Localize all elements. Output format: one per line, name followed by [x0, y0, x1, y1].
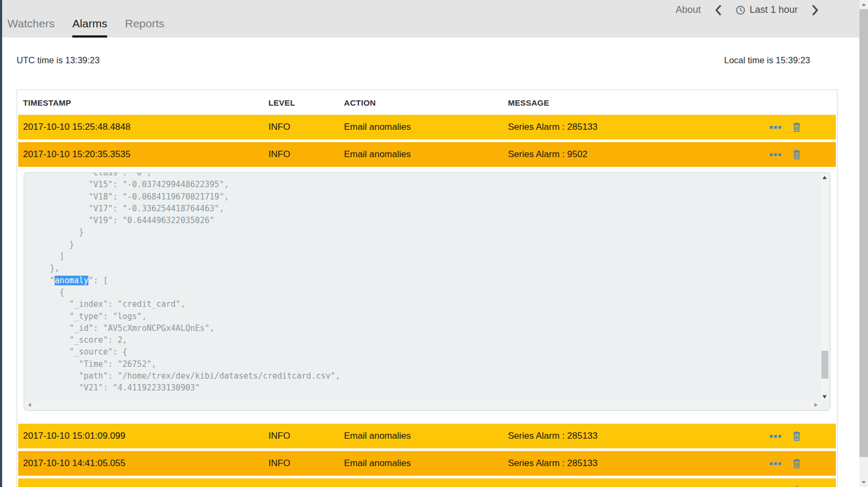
col-header-message: MESSAGE — [508, 98, 765, 107]
table-header-row: TIMESTAMP LEVEL ACTION MESSAGE — [18, 91, 836, 114]
clock-icon — [736, 5, 745, 15]
scroll-down-icon[interactable] — [859, 478, 868, 487]
more-actions-icon[interactable] — [770, 462, 781, 465]
alarm-row[interactable]: 2017-10-10 15:20:35.3535 INFO Email anom… — [18, 142, 836, 167]
panel-scroll-up-icon[interactable] — [822, 176, 827, 179]
alarm-row[interactable]: 2017-10-10 15:01:09.099 INFO Email anoma… — [18, 424, 836, 448]
col-header-action: ACTION — [344, 98, 508, 107]
main-tabs: Watchers Alarms Reports — [8, 0, 164, 38]
alarm-timestamp: 2017-10-10 15:01:09.099 — [18, 431, 268, 441]
alarm-row[interactable]: 2017-10-10 15:25:48.4848 INFO Email anom… — [18, 115, 836, 139]
alarm-level: INFO — [268, 149, 344, 160]
alarm-row[interactable]: 2017-10-10 14:41:05.055 INFO Email anoma… — [18, 451, 836, 476]
top-navigation-bar: Watchers Alarms Reports About Last 1 hou… — [0, 0, 859, 38]
utc-time-text: UTC time is 13:39:23 — [17, 55, 100, 65]
panel-scroll-down-icon[interactable] — [822, 395, 827, 399]
more-actions-icon[interactable] — [770, 153, 781, 156]
alarm-action: Email anomalies — [344, 458, 508, 469]
time-range-picker[interactable]: Last 1 hour — [736, 4, 798, 16]
alarm-message: Series Alarm : 285133 — [508, 431, 765, 441]
delete-alarm-icon[interactable] — [792, 459, 801, 468]
json-code: "Class": "0", "V15": "-0.037429944862239… — [24, 173, 821, 394]
alarm-row[interactable]: 2017-10-10 14:39:29.2929 INFO Email anom… — [18, 478, 836, 487]
about-link[interactable]: About — [676, 4, 701, 16]
col-header-level: LEVEL — [268, 98, 344, 107]
alarm-level: INFO — [268, 458, 344, 469]
panel-scroll-right-icon[interactable] — [814, 403, 818, 407]
tab-alarms[interactable]: Alarms — [72, 17, 107, 38]
panel-vertical-scrollbar[interactable] — [821, 174, 829, 401]
tab-watchers[interactable]: Watchers — [8, 17, 55, 38]
topbar-right-controls: About Last 1 hour — [676, 4, 819, 16]
alarm-level: INFO — [268, 431, 344, 441]
alarm-action: Email anomalies — [344, 149, 508, 160]
alarm-level: INFO — [268, 122, 344, 132]
alarm-message: Series Alarm : 285133 — [508, 458, 765, 469]
time-range-prev-icon[interactable] — [715, 5, 722, 16]
time-status-row: UTC time is 13:39:23 Local time is 15:39… — [17, 55, 810, 65]
time-range-label: Last 1 hour — [750, 4, 798, 16]
time-range-next-icon[interactable] — [812, 5, 819, 16]
json-code-viewport: "Class": "0", "V15": "-0.037429944862239… — [24, 173, 821, 402]
delete-alarm-icon[interactable] — [792, 122, 801, 132]
page-scrollbar-thumb[interactable] — [859, 9, 868, 457]
alarms-table: TIMESTAMP LEVEL ACTION MESSAGE 2017-10-1… — [17, 90, 837, 487]
alarm-message: Series Alarm : 285133 — [508, 122, 765, 132]
delete-alarm-icon[interactable] — [792, 150, 801, 159]
left-edge-border — [0, 0, 2, 487]
tab-reports[interactable]: Reports — [125, 17, 164, 38]
alarm-timestamp: 2017-10-10 15:25:48.4848 — [18, 122, 268, 132]
col-header-timestamp: TIMESTAMP — [18, 98, 268, 107]
scroll-up-icon[interactable] — [859, 0, 868, 9]
page-scrollbar[interactable] — [859, 0, 868, 487]
panel-horizontal-scrollbar[interactable] — [25, 401, 820, 409]
more-actions-icon[interactable] — [770, 126, 781, 129]
more-actions-icon[interactable] — [770, 435, 781, 438]
alarm-timestamp: 2017-10-10 14:41:05.055 — [18, 458, 268, 469]
panel-vscroll-thumb[interactable] — [821, 351, 828, 379]
alarm-action: Email anomalies — [344, 122, 508, 132]
alarm-timestamp: 2017-10-10 15:20:35.3535 — [18, 149, 268, 160]
alarm-detail-panel: "Class": "0", "V15": "-0.037429944862239… — [24, 172, 830, 411]
alarm-message: Series Alarm : 9502 — [508, 149, 765, 160]
alarm-action: Email anomalies — [344, 431, 508, 441]
delete-alarm-icon[interactable] — [792, 431, 801, 441]
panel-scroll-left-icon[interactable] — [28, 403, 31, 407]
local-time-text: Local time is 15:39:23 — [724, 55, 810, 65]
